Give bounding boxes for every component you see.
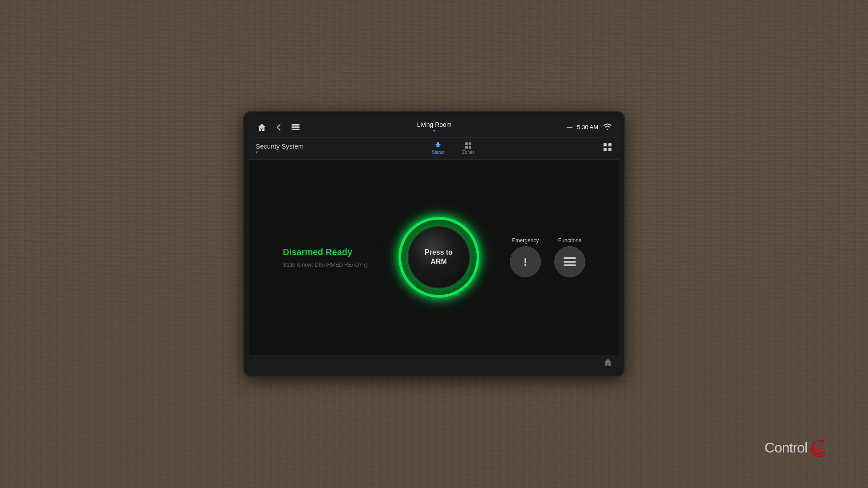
time-display: 5:30 AM — [577, 124, 598, 130]
device-title-text: Security System — [256, 142, 304, 150]
svg-text:4: 4 — [816, 443, 822, 454]
svg-point-4 — [438, 142, 439, 144]
status-bar: Living Room ▾ — 5:30 AM — [249, 117, 619, 138]
home-bottom-icon[interactable] — [604, 358, 612, 369]
location-label: Living Room — [417, 121, 452, 128]
back-arrow-icon[interactable] — [272, 121, 285, 134]
status-bar-left — [256, 121, 302, 134]
navigation-bar: Security System ▾ Status — [249, 138, 619, 160]
nav-tabs: Status Zones — [304, 140, 603, 157]
functions-icon — [563, 256, 577, 267]
svg-rect-15 — [564, 264, 576, 266]
disarmed-ready-label: Disarmed Ready — [283, 247, 352, 257]
arm-button-wrapper: Press to ARM — [399, 217, 479, 297]
svg-rect-7 — [465, 146, 468, 149]
brand-text: Control — [765, 440, 807, 456]
arm-button-inner: Press to ARM — [408, 226, 470, 288]
grid-view-button[interactable] — [603, 142, 612, 154]
device-frame: Living Room ▾ — 5:30 AM Security System — [243, 111, 625, 377]
status-bar-right: — 5:30 AM — [567, 123, 612, 132]
tab-zones[interactable]: Zones — [458, 140, 478, 157]
emergency-group: Emergency ! — [510, 237, 541, 277]
action-buttons: Emergency ! Functions — [510, 237, 585, 277]
svg-rect-2 — [292, 129, 300, 130]
tab-status[interactable]: Status — [428, 140, 448, 157]
functions-button[interactable] — [554, 246, 585, 277]
svg-rect-0 — [292, 124, 300, 126]
main-content: Disarmed Ready State is now: DISARMED RE… — [249, 160, 619, 355]
status-section: Disarmed Ready State is now: DISARMED RE… — [283, 247, 367, 268]
svg-rect-11 — [604, 148, 607, 151]
svg-rect-10 — [608, 143, 612, 146]
arm-button-text: Press to ARM — [425, 248, 453, 267]
svg-rect-6 — [469, 142, 471, 145]
location-dropdown-arrow: ▾ — [433, 128, 435, 133]
emergency-button[interactable]: ! — [510, 246, 541, 277]
functions-label: Functions — [558, 237, 581, 244]
functions-group: Functions — [554, 237, 585, 277]
device-title: Security System ▾ — [256, 142, 304, 154]
svg-rect-1 — [292, 126, 300, 128]
svg-rect-5 — [465, 142, 468, 145]
camera — [433, 109, 435, 112]
svg-rect-12 — [608, 148, 612, 151]
emergency-icon: ! — [523, 255, 527, 269]
tab-status-label: Status — [432, 150, 444, 155]
state-text: State is now: DISARMED READY () — [283, 262, 367, 268]
tab-zones-label: Zones — [462, 150, 474, 155]
arm-button[interactable]: Press to ARM — [399, 217, 479, 297]
battery-icon: — — [567, 124, 572, 130]
svg-rect-14 — [564, 261, 576, 263]
svg-rect-9 — [604, 143, 607, 146]
control4-logo: Control 4 — [765, 436, 830, 459]
emergency-label: Emergency — [512, 237, 539, 244]
wifi-icon — [603, 123, 612, 132]
bottom-bar — [249, 355, 619, 371]
brand-icon: 4 — [807, 436, 830, 459]
device-title-arrow: ▾ — [256, 150, 258, 154]
menu-icon[interactable] — [289, 121, 302, 134]
back-home-icon[interactable] — [256, 121, 268, 134]
svg-rect-8 — [469, 146, 471, 149]
status-bar-center: Living Room ▾ — [306, 121, 562, 133]
screen: Living Room ▾ — 5:30 AM Security System — [249, 117, 619, 371]
svg-rect-13 — [564, 257, 576, 259]
